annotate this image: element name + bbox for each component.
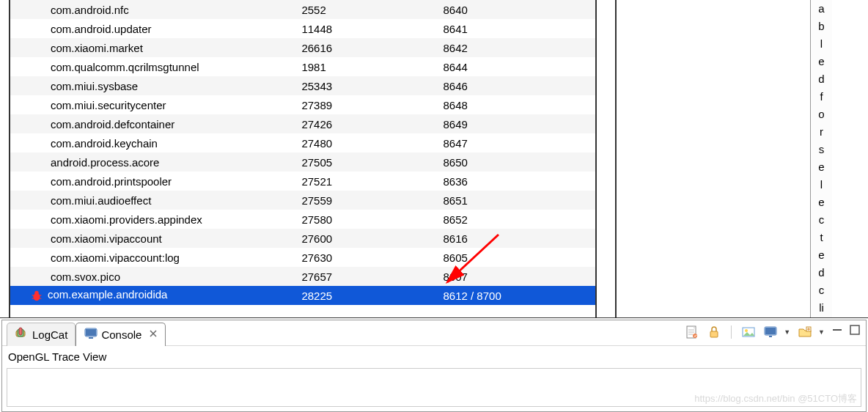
process-name-cell: com.xiaomi.vipaccount:log <box>10 248 297 267</box>
process-pid: 28225 <box>297 286 379 305</box>
process-port: 8650 <box>439 152 596 172</box>
process-empty-cell <box>379 0 438 19</box>
process-name: com.qualcomm.qcrilmsgtunnel <box>51 61 199 73</box>
process-empty-cell <box>379 57 438 76</box>
vertical-text-char: s <box>811 141 832 158</box>
console-icon <box>84 326 98 343</box>
process-table[interactable]: com.android.nfc25528640com.android.updat… <box>10 0 595 305</box>
process-table-pane[interactable]: com.android.nfc25528640com.android.updat… <box>10 0 597 317</box>
process-name: com.android.nfc <box>51 4 129 16</box>
maximize-icon[interactable] <box>850 325 860 339</box>
svg-line-5 <box>40 298 42 298</box>
tab-console[interactable]: Console <box>76 323 166 346</box>
vertical-text-char: f <box>811 88 832 106</box>
svg-rect-26 <box>833 329 842 331</box>
table-row[interactable]: com.android.defcontainer274268649 <box>10 114 595 133</box>
process-name: com.xiaomi.providers.appindex <box>51 213 202 226</box>
process-port: 8641 <box>439 19 596 38</box>
process-name: com.example.androidida <box>48 288 167 301</box>
table-row[interactable]: com.example.androidida282258612 / 8700 <box>10 286 595 305</box>
vertical-text-char: c <box>811 211 832 229</box>
process-port: 8607 <box>439 267 596 286</box>
table-row[interactable]: com.xiaomi.vipaccount:log276308605 <box>10 248 595 267</box>
process-pid: 27580 <box>297 210 379 229</box>
process-name-cell: com.android.printspooler <box>10 172 297 191</box>
process-name: com.miui.sysbase <box>51 80 138 92</box>
dropdown-caret-icon[interactable]: ▼ <box>784 328 790 336</box>
process-pid: 26616 <box>297 38 379 57</box>
pane-gap <box>597 0 615 317</box>
process-name: com.android.printspooler <box>51 175 172 188</box>
process-name: com.xiaomi.vipaccount:log <box>51 251 180 264</box>
table-row[interactable]: com.android.updater114488641 <box>10 19 595 38</box>
process-port: 8644 <box>439 57 596 76</box>
console-content[interactable] <box>7 368 861 407</box>
table-row[interactable]: com.xiaomi.vipaccount276008616 <box>10 229 595 248</box>
close-icon[interactable] <box>149 329 158 340</box>
svg-rect-10 <box>86 329 96 336</box>
process-name-cell: com.miui.audioeffect <box>10 191 297 210</box>
table-row[interactable]: com.miui.sysbase253438646 <box>10 76 595 95</box>
picture-icon[interactable] <box>741 325 756 339</box>
process-port: 8649 <box>439 114 596 133</box>
process-empty-cell <box>379 114 438 133</box>
table-row[interactable]: com.qualcomm.qcrilmsgtunnel19818644 <box>10 57 595 76</box>
process-name-cell: com.xiaomi.vipaccount <box>10 229 297 248</box>
process-name-cell: com.qualcomm.qcrilmsgtunnel <box>10 57 297 76</box>
process-name-cell: com.xiaomi.market <box>10 38 297 57</box>
process-pid: 11448 <box>297 19 379 38</box>
left-gutter <box>0 0 10 317</box>
svg-line-4 <box>32 298 34 298</box>
process-port: 8605 <box>439 248 596 267</box>
document-icon[interactable] <box>685 325 699 339</box>
svg-point-1 <box>34 290 38 294</box>
svg-rect-17 <box>710 331 718 337</box>
top-panel: com.android.nfc25528640com.android.updat… <box>0 0 868 318</box>
process-name-cell: com.android.keychain <box>10 133 297 152</box>
process-port: 8652 <box>439 210 596 229</box>
vertical-text-char: a <box>811 0 832 18</box>
table-row[interactable]: com.svox.pico276578607 <box>10 267 595 286</box>
tab-console-label: Console <box>101 328 141 341</box>
svg-rect-11 <box>89 337 93 339</box>
table-row[interactable]: com.xiaomi.market266168642 <box>10 38 595 57</box>
process-empty-cell <box>379 133 438 152</box>
process-pid: 27426 <box>297 114 379 133</box>
tab-logcat-label: LogCat <box>32 328 67 341</box>
table-row[interactable]: com.miui.audioeffect275598651 <box>10 191 595 210</box>
process-port: 8647 <box>439 133 596 152</box>
right-vertical-label: abledforselectedclie <box>810 0 832 317</box>
tabs-bar: LogCat Console <box>2 320 866 345</box>
lock-icon[interactable] <box>707 325 721 339</box>
vertical-text-char: li <box>811 299 832 317</box>
table-row[interactable]: com.android.printspooler275218636 <box>10 172 595 191</box>
bottom-toolbar: ▼ ▼ <box>685 325 860 339</box>
tab-logcat[interactable]: LogCat <box>7 323 76 346</box>
new-folder-icon[interactable] <box>798 325 812 339</box>
process-pid: 27559 <box>297 191 379 210</box>
minimize-icon[interactable] <box>832 325 842 339</box>
svg-point-16 <box>693 334 697 338</box>
vertical-text-char: c <box>811 282 832 299</box>
opengl-trace-view-label: OpenGL Trace View <box>2 345 866 367</box>
process-name: com.android.updater <box>51 23 152 35</box>
monitor-icon[interactable] <box>763 325 778 339</box>
table-row[interactable]: com.android.keychain274808647 <box>10 133 595 152</box>
bottom-panel: LogCat Console <box>1 320 867 412</box>
process-port: 8642 <box>439 38 596 57</box>
process-name-cell: com.miui.sysbase <box>10 76 297 95</box>
right-panel: abledforselectedclie <box>615 0 835 317</box>
process-name-cell: com.example.androidida <box>10 286 297 305</box>
table-row[interactable]: com.miui.securitycenter273898648 <box>10 95 595 114</box>
process-name: com.svox.pico <box>51 271 120 283</box>
table-row[interactable]: com.android.nfc25528640 <box>10 0 595 19</box>
vertical-text-char: r <box>811 123 832 141</box>
table-row[interactable]: com.xiaomi.providers.appindex275808652 <box>10 210 595 229</box>
vertical-text-char: t <box>811 229 832 246</box>
process-port: 8651 <box>439 191 596 210</box>
process-empty-cell <box>379 76 438 95</box>
process-name-cell: com.xiaomi.providers.appindex <box>10 210 297 229</box>
table-row[interactable]: android.process.acore275058650 <box>10 152 595 172</box>
logcat-icon <box>15 326 29 343</box>
dropdown-caret-icon[interactable]: ▼ <box>818 328 825 336</box>
